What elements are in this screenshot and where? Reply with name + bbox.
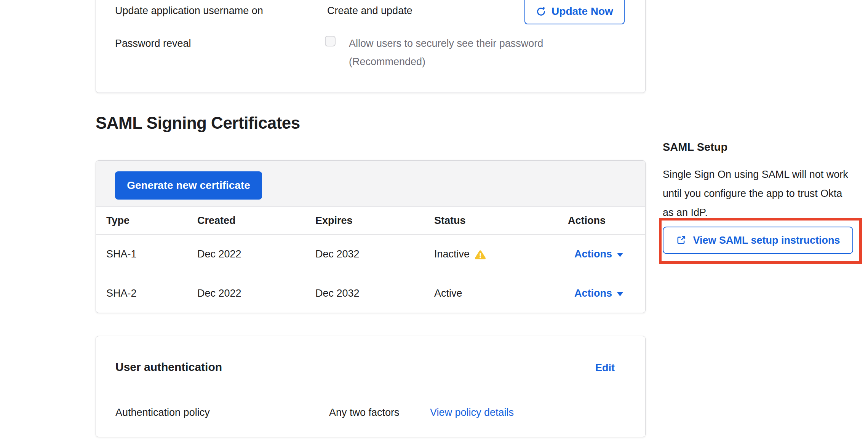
view-saml-setup-instructions-label: View SAML setup instructions xyxy=(693,235,840,246)
certificates-panel: Generate new certificate Type Created Ex… xyxy=(96,160,646,313)
saml-signing-certificates-heading: SAML Signing Certificates xyxy=(96,113,300,133)
password-reveal-label: Password reveal xyxy=(115,37,191,50)
column-header-status: Status xyxy=(424,207,557,234)
column-header-actions: Actions xyxy=(557,207,645,234)
update-now-label: Update Now xyxy=(551,5,613,18)
password-reveal-option-note: (Recommended) xyxy=(349,55,425,69)
password-reveal-option-text: Allow users to securely see their passwo… xyxy=(349,37,543,50)
table-header-row: Type Created Expires Status Actions xyxy=(96,207,645,235)
caret-down-icon xyxy=(617,253,623,257)
user-authentication-card: User authentication Edit Authentication … xyxy=(96,336,646,437)
cert-actions-cell: Actions xyxy=(557,235,645,274)
table-row: SHA-2 Dec 2022 Dec 2032 Active Actions xyxy=(96,274,645,313)
update-username-label: Update application username on xyxy=(115,4,263,18)
cert-expires: Dec 2032 xyxy=(304,235,424,274)
cert-status-cell: Active xyxy=(424,274,557,313)
view-saml-setup-instructions-button[interactable]: View SAML setup instructions xyxy=(663,227,853,254)
actions-dropdown[interactable]: Actions xyxy=(574,248,623,260)
edit-link[interactable]: Edit xyxy=(595,362,615,374)
generate-new-certificate-button[interactable]: Generate new certificate xyxy=(115,171,262,200)
cert-expires: Dec 2032 xyxy=(304,274,424,313)
page: Update application username on Create an… xyxy=(0,0,868,441)
column-header-created: Created xyxy=(187,207,304,234)
cert-type: SHA-1 xyxy=(96,235,187,274)
password-reveal-checkbox[interactable] xyxy=(325,36,336,46)
actions-label: Actions xyxy=(574,288,612,299)
cert-type: SHA-2 xyxy=(96,274,187,313)
certificates-toolbar: Generate new certificate xyxy=(96,161,645,207)
update-username-value: Create and update xyxy=(327,4,412,18)
refresh-icon xyxy=(536,6,546,17)
saml-setup-heading: SAML Setup xyxy=(663,141,727,153)
authentication-policy-label: Authentication policy xyxy=(115,406,210,419)
cert-status-cell: Inactive xyxy=(424,235,557,274)
column-header-expires: Expires xyxy=(304,207,424,234)
saml-setup-description: Single Sign On using SAML will not work … xyxy=(663,165,851,222)
table-row: SHA-1 Dec 2022 Dec 2032 Inactive Actions xyxy=(96,235,645,274)
user-authentication-heading: User authentication xyxy=(115,361,222,374)
cert-created: Dec 2022 xyxy=(187,235,304,274)
caret-down-icon xyxy=(617,292,623,296)
cert-created: Dec 2022 xyxy=(187,274,304,313)
cert-actions-cell: Actions xyxy=(557,274,645,313)
status-text: Inactive xyxy=(434,248,470,260)
actions-dropdown[interactable]: Actions xyxy=(574,288,623,299)
external-link-icon xyxy=(676,235,686,246)
column-header-type: Type xyxy=(96,207,187,234)
view-policy-details-link[interactable]: View policy details xyxy=(430,406,514,419)
update-now-button[interactable]: Update Now xyxy=(524,0,625,24)
actions-label: Actions xyxy=(574,248,612,260)
authentication-policy-value: Any two factors xyxy=(329,406,400,419)
status-text: Active xyxy=(434,288,462,299)
warning-icon xyxy=(475,250,486,260)
